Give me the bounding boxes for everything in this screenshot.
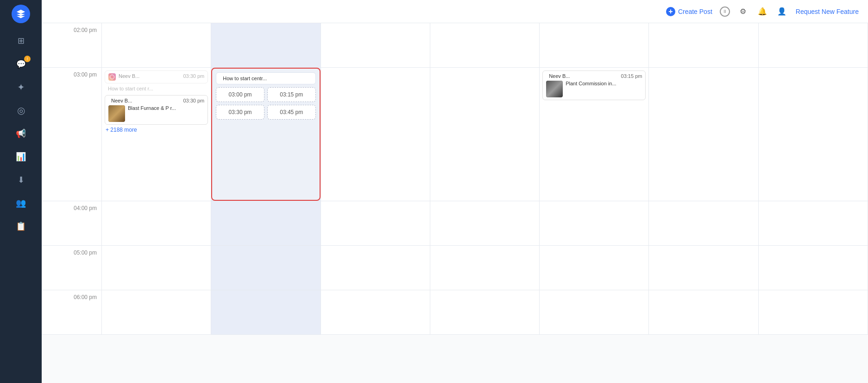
network-icon: ✦	[17, 82, 25, 93]
cell-5pm-col5	[540, 246, 649, 290]
cell-3pm-col6	[649, 68, 758, 201]
cell-6pm-col1	[102, 290, 211, 335]
calendar-container: 02:00 pm 03:00 pm Neev B... 03:30 pm	[42, 23, 868, 383]
plant-thumbnail	[546, 81, 563, 97]
cell-4pm-col1	[102, 201, 211, 246]
popup-header[interactable]: How to start centr...	[216, 72, 315, 84]
more-events-link[interactable]: + 2188 more	[105, 125, 208, 135]
team-icon: 👥	[16, 198, 26, 208]
event-title-faded: How to start cent r...	[105, 85, 208, 93]
blast-thumbnail	[108, 105, 125, 122]
topbar: + Create Post ⏸ ⚙ 🔔 👤 Request New Featur…	[42, 0, 868, 23]
cell-3pm-col7	[759, 68, 868, 201]
targeting-icon: ◎	[17, 105, 25, 116]
cell-2pm-col2	[211, 23, 321, 68]
sidebar-item-analytics[interactable]: 📊	[9, 147, 32, 167]
cell-2pm-col7	[759, 23, 868, 68]
popup-panel: How to start centr... 03:00 pm 03:15 pm …	[211, 68, 320, 201]
notifications-icon[interactable]: 🔔	[756, 5, 769, 18]
posts-badge: !	[24, 56, 31, 62]
cell-2pm-col4	[430, 23, 540, 68]
sidebar: ⊞ 💬 ! ✦ ◎ 📢 📊 ⬇ 👥 📋	[0, 0, 42, 383]
settings-icon[interactable]: ⚙	[736, 5, 749, 18]
cell-6pm-col7	[759, 290, 868, 335]
user-icon[interactable]: 👤	[775, 5, 788, 18]
event-title-blast: Blast Furnace & P r...	[128, 105, 176, 122]
cell-5pm-col4	[430, 246, 540, 290]
cell-3pm-col3	[321, 68, 430, 201]
instagram-icon-faded	[108, 73, 116, 81]
cell-5pm-col7	[759, 246, 868, 290]
event-account-blast: Neev B...	[111, 98, 180, 103]
popup-time-grid: 03:00 pm 03:15 pm 03:30 pm 03:45 pm	[216, 87, 315, 120]
sidebar-item-posts[interactable]: 💬 !	[9, 54, 32, 74]
cell-5pm-col2	[211, 246, 321, 290]
sidebar-item-campaigns[interactable]: 📢	[9, 123, 32, 144]
cell-5pm-col6	[649, 246, 758, 290]
popup-title: How to start centr...	[223, 76, 267, 81]
event-time-blast: 03:30 pm	[183, 98, 204, 103]
topbar-icons: ⏸ ⚙ 🔔 👤	[720, 5, 788, 18]
cell-6pm-col5	[540, 290, 649, 335]
popup-time-slot-4[interactable]: 03:45 pm	[267, 105, 316, 120]
cell-2pm-col6	[649, 23, 758, 68]
time-label-3pm: 03:00 pm	[42, 68, 102, 201]
export-icon: ⬇	[18, 175, 25, 185]
dashboard-icon: ⊞	[18, 36, 25, 46]
cell-6pm-col4	[430, 290, 540, 335]
cell-4pm-col7	[759, 201, 868, 246]
time-label-5pm: 05:00 pm	[42, 246, 102, 290]
cell-6pm-col3	[321, 290, 430, 335]
cell-2pm-col5	[540, 23, 649, 68]
cell-4pm-col4	[430, 201, 540, 246]
event-time-plant: 03:15 pm	[621, 73, 642, 79]
event-time-faded: 03:30 pm	[183, 73, 204, 79]
cell-2pm-col3	[321, 23, 430, 68]
cell-4pm-col2	[211, 201, 321, 246]
cell-3pm-col2: How to start centr... 03:00 pm 03:15 pm …	[211, 68, 321, 201]
cell-6pm-col6	[649, 290, 758, 335]
cell-4pm-col6	[649, 201, 758, 246]
create-post-button[interactable]: + Create Post	[666, 7, 712, 16]
cell-6pm-col2	[211, 290, 321, 335]
calendar-grid: 02:00 pm 03:00 pm Neev B... 03:30 pm	[42, 23, 868, 335]
popup-time-slot-2[interactable]: 03:15 pm	[267, 87, 316, 102]
request-feature-link[interactable]: Request New Feature	[796, 8, 859, 15]
event-plant-body: Plant Commission in...	[546, 81, 642, 97]
event-card-blast[interactable]: Neev B... 03:30 pm Blast Furnace & P r..…	[105, 95, 208, 125]
reports-icon: 📋	[16, 221, 26, 231]
campaigns-icon: 📢	[16, 128, 26, 139]
analytics-icon: 📊	[16, 152, 26, 162]
sidebar-item-reports[interactable]: 📋	[9, 216, 32, 236]
sidebar-logo[interactable]	[12, 5, 30, 23]
cell-3pm-col1: Neev B... 03:30 pm How to start cent r..…	[102, 68, 211, 201]
main-area: + Create Post ⏸ ⚙ 🔔 👤 Request New Featur…	[42, 0, 868, 383]
event-title-plant: Plant Commission in...	[566, 81, 616, 97]
event-account-plant: Neev B...	[549, 73, 618, 79]
time-label-2pm: 02:00 pm	[42, 23, 102, 68]
cell-5pm-col3	[321, 246, 430, 290]
cell-3pm-col5: Neev B... 03:15 pm Plant Commission in..…	[540, 68, 649, 201]
time-label-6pm: 06:00 pm	[42, 290, 102, 335]
create-post-label: Create Post	[678, 8, 712, 15]
cell-2pm-col1	[102, 23, 211, 68]
cell-5pm-col1	[102, 246, 211, 290]
sidebar-item-dashboard[interactable]: ⊞	[9, 31, 32, 51]
cell-4pm-col5	[540, 201, 649, 246]
event-plant-header: Neev B... 03:15 pm	[546, 73, 642, 79]
event-blast-body: Blast Furnace & P r...	[108, 105, 204, 122]
event-account-faded: Neev B...	[119, 73, 180, 79]
event-card-plant[interactable]: Neev B... 03:15 pm Plant Commission in..…	[542, 70, 646, 100]
popup-time-slot-1[interactable]: 03:00 pm	[216, 87, 264, 102]
popup-time-slot-3[interactable]: 03:30 pm	[216, 105, 264, 120]
event-card-faded-content: Neev B...	[119, 73, 180, 79]
sidebar-item-targeting[interactable]: ◎	[9, 100, 32, 121]
sidebar-item-team[interactable]: 👥	[9, 193, 32, 213]
sidebar-item-network[interactable]: ✦	[9, 77, 32, 97]
event-card-blast-header: Neev B... 03:30 pm	[108, 98, 204, 103]
event-card-faded[interactable]: Neev B... 03:30 pm	[105, 70, 208, 83]
cell-4pm-col3	[321, 201, 430, 246]
time-label-4pm: 04:00 pm	[42, 201, 102, 246]
sidebar-item-export[interactable]: ⬇	[9, 170, 32, 190]
pause-icon[interactable]: ⏸	[720, 6, 730, 17]
